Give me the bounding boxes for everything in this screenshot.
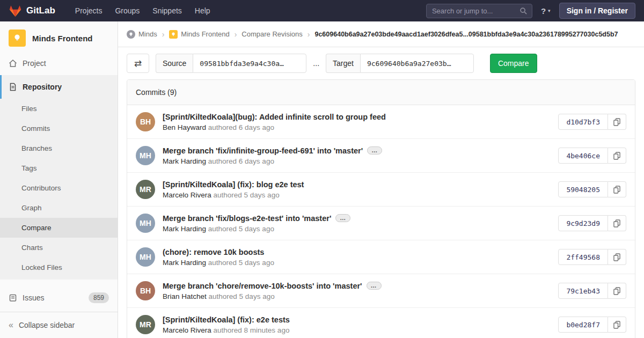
- breadcrumb-item-minds[interactable]: Minds: [127, 30, 157, 39]
- breadcrumb-separator: ›: [162, 30, 165, 39]
- copy-sha-icon[interactable]: [608, 215, 626, 231]
- commit-sha-button[interactable]: d10d7bf3: [558, 114, 608, 130]
- commit-expander-button[interactable]: …: [335, 214, 350, 222]
- avatar[interactable]: BH: [136, 112, 155, 131]
- target-ref-input[interactable]: [360, 54, 474, 73]
- breadcrumb-separator: ›: [235, 30, 237, 39]
- sidebar-item-locked-files[interactable]: Locked Files: [0, 258, 118, 277]
- commit-meta: authored 5 days ago: [214, 191, 280, 199]
- sidebar-item-project[interactable]: Project: [0, 52, 118, 75]
- avatar[interactable]: MH: [136, 214, 155, 233]
- commit-author[interactable]: Brian Hatchet: [163, 292, 207, 300]
- commit-author[interactable]: Ben Hayward: [163, 123, 206, 131]
- commit-meta: authored 5 days ago: [208, 259, 274, 267]
- help-menu[interactable]: ? ▾: [541, 6, 551, 16]
- search-icon[interactable]: [519, 7, 528, 17]
- commit-expander-button[interactable]: …: [367, 282, 382, 290]
- project-name: Minds Frontend: [32, 34, 93, 43]
- sidebar-item-files[interactable]: Files: [0, 99, 118, 119]
- sidebar-item-branches[interactable]: Branches: [0, 138, 118, 158]
- chevrons-left-icon: «: [9, 321, 13, 329]
- breadcrumb-item-minds-frontend[interactable]: Minds Frontend: [169, 30, 229, 39]
- nav-item-projects[interactable]: Projects: [69, 3, 108, 18]
- avatar[interactable]: MH: [136, 247, 155, 267]
- commit-author[interactable]: Mark Harding: [163, 157, 206, 165]
- brand-name: GitLab: [26, 5, 55, 16]
- commit-author[interactable]: Mark Harding: [163, 225, 206, 233]
- commit-sha-button[interactable]: 79c1eb43: [558, 283, 608, 299]
- nav-item-groups[interactable]: Groups: [109, 3, 145, 18]
- commit-row: MH Merge branch 'fix/blogs-e2e-test' int…: [127, 207, 635, 240]
- sidebar-item-label: Repository: [23, 83, 62, 91]
- commit-sha-button[interactable]: b0ed28f7: [558, 317, 608, 333]
- range-separator: ...: [313, 59, 319, 68]
- commit-title[interactable]: [Sprint/KiltedKoala] (fix): blog e2e tes…: [163, 180, 304, 189]
- avatar[interactable]: BH: [136, 281, 155, 300]
- group-avatar-icon: [127, 30, 135, 39]
- source-ref-input[interactable]: [193, 54, 306, 73]
- copy-sha-icon[interactable]: [608, 283, 626, 299]
- sign-in-button[interactable]: Sign in / Register: [559, 3, 635, 19]
- nav-item-snippets[interactable]: Snippets: [147, 3, 187, 18]
- compare-button[interactable]: Compare: [490, 54, 537, 73]
- commit-author[interactable]: Marcelo Rivera: [163, 191, 211, 199]
- commit-sha-button[interactable]: 2ff49568: [558, 249, 608, 265]
- search-input[interactable]: [427, 4, 532, 18]
- main-content: Minds › Minds Frontend › Compare Revisio…: [118, 21, 644, 338]
- commit-row: MR [Sprint/KiltedKoala] (fix): e2e tests…: [127, 308, 635, 338]
- sidebar-item-charts[interactable]: Charts: [0, 238, 118, 258]
- avatar[interactable]: MR: [136, 315, 155, 334]
- commit-row: BH [Sprint/KiltedKoala](bug): Added infi…: [127, 105, 635, 139]
- chevron-down-icon: ▾: [548, 8, 551, 13]
- commit-meta: authored 5 days ago: [208, 225, 274, 233]
- copy-sha-icon[interactable]: [608, 114, 626, 130]
- commit-title[interactable]: Merge branch 'fix/blogs-e2e-test' into '…: [163, 214, 331, 223]
- sidebar-item-tags[interactable]: Tags: [0, 158, 118, 178]
- sidebar-item-graph[interactable]: Graph: [0, 198, 118, 218]
- breadcrumb-separator: ›: [308, 30, 310, 39]
- source-label: Source: [156, 54, 193, 73]
- commit-title[interactable]: [Sprint/KiltedKoala] (fix): e2e tests: [163, 315, 290, 324]
- issues-icon: [9, 293, 17, 302]
- target-input-group: Target: [326, 54, 474, 73]
- nav-item-help[interactable]: Help: [189, 3, 216, 18]
- sidebar-item-compare[interactable]: Compare: [0, 218, 118, 238]
- commit-author[interactable]: Mark Harding: [163, 259, 206, 267]
- copy-sha-icon[interactable]: [608, 317, 626, 333]
- commit-title[interactable]: [Sprint/KiltedKoala](bug): Added infinit…: [163, 113, 386, 121]
- commits-panel: Commits (9) BH [Sprint/KiltedKoala](bug)…: [127, 79, 635, 338]
- avatar[interactable]: MR: [136, 180, 155, 199]
- commit-sha-button[interactable]: 59048205: [558, 181, 608, 197]
- commit-expander-button[interactable]: …: [367, 146, 382, 155]
- sidebar-item-repository[interactable]: Repository: [0, 75, 118, 99]
- commit-title[interactable]: (chore): remove 10k boosts: [163, 248, 264, 256]
- commit-title[interactable]: Merge branch 'chore/remove-10k-boosts' i…: [163, 282, 362, 290]
- commit-title[interactable]: Merge branch 'fix/infinite-group-feed-69…: [163, 146, 363, 155]
- commit-sha-button[interactable]: 9c9d23d9: [558, 215, 608, 231]
- project-sidebar: Minds Frontend Project Repository Files …: [0, 21, 118, 338]
- home-icon: [9, 59, 17, 68]
- sidebar-item-issues[interactable]: Issues 859: [0, 286, 118, 310]
- commit-sha-button[interactable]: 4be406ce: [558, 148, 608, 164]
- sidebar-project-header[interactable]: Minds Frontend: [0, 21, 118, 52]
- repository-section: Repository Files Commits Branches Tags C…: [0, 75, 118, 280]
- collapse-sidebar-label: Collapse sidebar: [19, 321, 75, 329]
- sidebar-item-contributors[interactable]: Contributors: [0, 178, 118, 198]
- commit-meta: authored 6 days ago: [208, 157, 274, 165]
- issues-count-badge: 859: [89, 292, 109, 303]
- avatar[interactable]: MH: [136, 146, 155, 165]
- breadcrumb-item-compare-revisions[interactable]: Compare Revisions: [241, 30, 302, 38]
- sidebar-item-commits[interactable]: Commits: [0, 119, 118, 138]
- gitlab-tanuki-icon: [9, 5, 22, 17]
- copy-sha-icon[interactable]: [608, 249, 626, 265]
- swap-revisions-button[interactable]: ⇄: [127, 54, 149, 73]
- copy-sha-icon[interactable]: [608, 181, 626, 197]
- collapse-sidebar-button[interactable]: « Collapse sidebar: [0, 312, 118, 338]
- commit-author[interactable]: Marcelo Rivera: [163, 326, 211, 334]
- question-icon: ?: [541, 6, 546, 16]
- source-input-group: Source: [156, 54, 306, 73]
- search-box: [426, 4, 532, 18]
- gitlab-home-link[interactable]: GitLab: [9, 5, 55, 17]
- breadcrumb: Minds › Minds Frontend › Compare Revisio…: [118, 21, 644, 47]
- copy-sha-icon[interactable]: [608, 148, 626, 164]
